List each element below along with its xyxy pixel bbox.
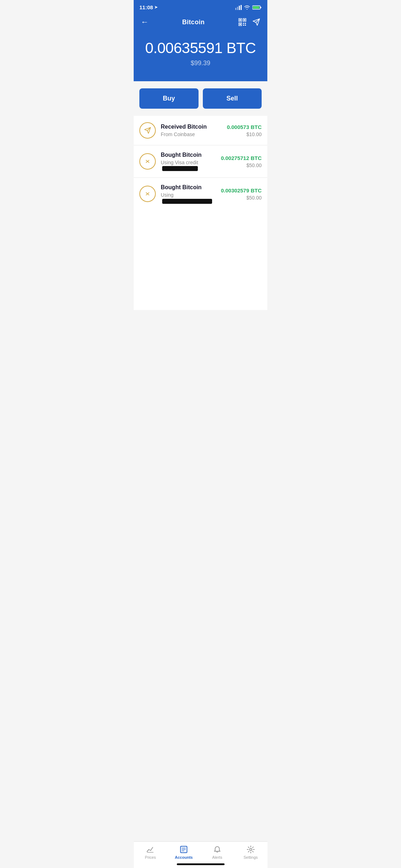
tx-amounts: 0.000573 BTC $10.00 xyxy=(227,124,262,137)
tx-subtitle: From Coinbase xyxy=(161,131,222,137)
svg-rect-5 xyxy=(260,7,261,8)
battery-icon xyxy=(252,5,262,10)
tx-amounts: 0.00275712 BTC $50.00 xyxy=(221,155,262,168)
btc-balance: 0.00635591 BTC xyxy=(141,40,260,57)
svg-rect-6 xyxy=(253,6,259,9)
empty-space xyxy=(134,210,267,310)
tx-receive-icon xyxy=(139,122,156,139)
back-button[interactable]: ← xyxy=(141,17,149,27)
page-title: Bitcoin xyxy=(182,19,205,26)
status-icons xyxy=(235,5,262,10)
tx-btc-amount: 0.00275712 BTC xyxy=(221,155,262,161)
svg-rect-1 xyxy=(237,7,238,10)
tx-subtitle: Using Visa credit xyxy=(161,160,216,171)
svg-rect-0 xyxy=(235,8,236,10)
transactions-section: Received Bitcoin From Coinbase 0.000573 … xyxy=(134,116,267,210)
header-right xyxy=(238,18,260,26)
header-left: ← xyxy=(141,17,149,27)
signal-icon xyxy=(235,5,242,10)
header: ← Bitcoin xyxy=(134,13,267,32)
svg-rect-8 xyxy=(240,19,241,21)
status-time: 11:08 ➤ xyxy=(139,4,158,10)
tx-title: Bought Bitcoin xyxy=(161,184,216,191)
tx-usd-amount: $50.00 xyxy=(221,162,262,168)
tx-amounts: 0.00302579 BTC $50.00 xyxy=(221,187,262,201)
transaction-item[interactable]: Received Bitcoin From Coinbase 0.000573 … xyxy=(134,116,267,145)
time-display: 11:08 xyxy=(139,4,153,10)
svg-rect-13 xyxy=(243,23,244,24)
svg-rect-14 xyxy=(245,23,246,24)
tx-details: Bought Bitcoin Using xyxy=(161,184,216,203)
send-icon[interactable] xyxy=(252,18,260,26)
tx-details: Bought Bitcoin Using Visa credit xyxy=(161,152,216,171)
svg-rect-3 xyxy=(241,5,242,10)
svg-rect-10 xyxy=(244,19,245,21)
tx-title: Received Bitcoin xyxy=(161,124,222,130)
svg-rect-15 xyxy=(243,25,244,26)
redacted-info xyxy=(162,166,198,171)
transaction-item[interactable]: Bought Bitcoin Using Visa credit 0.00275… xyxy=(134,145,267,178)
redacted-info xyxy=(162,199,212,204)
tx-buy-icon xyxy=(139,153,156,170)
status-bar: 11:08 ➤ xyxy=(134,0,267,13)
tx-usd-amount: $10.00 xyxy=(227,131,262,137)
tx-buy-icon xyxy=(139,186,156,202)
tx-usd-amount: $50.00 xyxy=(221,195,262,201)
usd-balance: $99.39 xyxy=(141,60,260,67)
tx-btc-amount: 0.00302579 BTC xyxy=(221,187,262,193)
qr-icon[interactable] xyxy=(238,18,247,26)
tx-details: Received Bitcoin From Coinbase xyxy=(161,124,222,137)
svg-rect-12 xyxy=(240,24,241,25)
tx-subtitle: Using xyxy=(161,192,216,203)
location-icon: ➤ xyxy=(154,5,158,10)
svg-rect-2 xyxy=(239,6,240,10)
sell-button[interactable]: Sell xyxy=(203,88,262,109)
tx-btc-amount: 0.000573 BTC xyxy=(227,124,262,130)
action-buttons: Buy Sell xyxy=(134,81,267,116)
transaction-item[interactable]: Bought Bitcoin Using 0.00302579 BTC $50.… xyxy=(134,178,267,210)
buy-button[interactable]: Buy xyxy=(139,88,199,109)
tx-title: Bought Bitcoin xyxy=(161,152,216,158)
svg-rect-16 xyxy=(245,25,246,26)
wifi-icon xyxy=(244,5,250,10)
balance-section: 0.00635591 BTC $99.39 xyxy=(134,32,267,85)
